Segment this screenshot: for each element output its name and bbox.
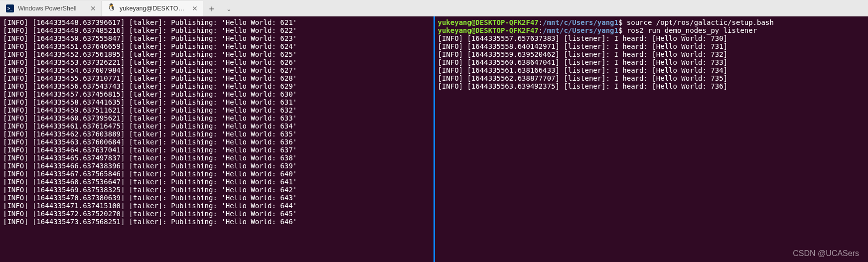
tab-ubuntu[interactable]: yukeyang@DESKTOP-QFK2F47: ✕ — [102, 1, 203, 16]
log-line: [INFO] [1644335458.637441635] [talker]: … — [3, 98, 431, 106]
log-line: [INFO] [1644335557.657637383] [listener]… — [438, 34, 866, 42]
prompt-path: /mnt/c/Users/yang1 — [543, 18, 618, 26]
terminal-pane-left[interactable]: [INFO] [1644335448.637396617] [talker]: … — [0, 16, 434, 262]
tab-title: yukeyang@DESKTOP-QFK2F47: — [120, 5, 188, 12]
powershell-icon: >_ — [6, 4, 14, 12]
log-line: [INFO] [1644335448.637396617] [talker]: … — [3, 18, 431, 26]
log-line: [INFO] [1644335452.637561895] [talker]: … — [3, 50, 431, 58]
log-line: [INFO] [1644335454.637607984] [talker]: … — [3, 66, 431, 74]
prompt-symbol: $ — [618, 26, 627, 34]
prompt-user: yukeyang@DESKTOP-QFK2F47 — [438, 26, 539, 34]
log-line: [INFO] [1644335451.637646659] [talker]: … — [3, 42, 431, 50]
log-line: [INFO] [1644335473.637568251] [talker]: … — [3, 218, 431, 226]
log-line: [INFO] [1644335558.640142971] [listener]… — [438, 42, 866, 50]
log-line: [INFO] [1644335560.638647041] [listener]… — [438, 58, 866, 66]
log-line: [INFO] [1644335450.637555847] [talker]: … — [3, 34, 431, 42]
log-line: [INFO] [1644335455.637310771] [talker]: … — [3, 74, 431, 82]
log-line: [INFO] [1644335456.637543743] [talker]: … — [3, 82, 431, 90]
terminal-panes: [INFO] [1644335448.637396617] [talker]: … — [0, 16, 868, 262]
log-line: [INFO] [1644335467.637565846] [talker]: … — [3, 170, 431, 178]
log-line: [INFO] [1644335457.637456815] [talker]: … — [3, 90, 431, 98]
tab-powershell[interactable]: >_ Windows PowerShell ✕ — [0, 1, 102, 16]
log-line: [INFO] [1644335466.637438396] [talker]: … — [3, 162, 431, 170]
linux-icon — [108, 4, 116, 12]
log-line: [INFO] [1644335465.637497837] [talker]: … — [3, 154, 431, 162]
log-line: [INFO] [1644335559.639520462] [listener]… — [438, 50, 866, 58]
log-line: [INFO] [1644335562.638877707] [listener]… — [438, 74, 866, 82]
log-line: [INFO] [1644335464.637637041] [talker]: … — [3, 146, 431, 154]
log-line: [INFO] [1644335460.637395621] [talker]: … — [3, 114, 431, 122]
command-text: ros2 run demo_nodes_py listener — [627, 26, 757, 34]
log-line: [INFO] [1644335561.638166433] [listener]… — [438, 66, 866, 74]
prompt-line: yukeyang@DESKTOP-QFK2F47:/mnt/c/Users/ya… — [438, 26, 866, 34]
log-line: [INFO] [1644335453.637326221] [talker]: … — [3, 58, 431, 66]
new-tab-button[interactable]: ＋ — [203, 1, 220, 16]
prompt-line: yukeyang@DESKTOP-QFK2F47:/mnt/c/Users/ya… — [438, 18, 866, 26]
terminal-pane-right[interactable]: yukeyang@DESKTOP-QFK2F47:/mnt/c/Users/ya… — [434, 16, 868, 262]
prompt-sep: : — [539, 18, 543, 26]
prompt-symbol: $ — [618, 18, 627, 26]
log-line: [INFO] [1644335469.637538325] [talker]: … — [3, 186, 431, 194]
log-line: [INFO] [1644335461.637616475] [talker]: … — [3, 122, 431, 130]
prompt-path: /mnt/c/Users/yang1 — [543, 26, 618, 34]
prompt-user: yukeyang@DESKTOP-QFK2F47 — [438, 18, 539, 26]
log-line: [INFO] [1644335459.637511621] [talker]: … — [3, 106, 431, 114]
log-line: [INFO] [1644335463.637600684] [talker]: … — [3, 138, 431, 146]
close-icon[interactable]: ✕ — [192, 5, 198, 12]
log-line: [INFO] [1644335472.637520270] [talker]: … — [3, 210, 431, 218]
log-line: [INFO] [1644335470.637380639] [talker]: … — [3, 194, 431, 202]
log-line: [INFO] [1644335471.637415100] [talker]: … — [3, 202, 431, 210]
command-text: source /opt/ros/galactic/setup.bash — [627, 18, 774, 26]
log-line: [INFO] [1644335563.639492375] [listener]… — [438, 82, 866, 90]
tab-dropdown-button[interactable]: ⌄ — [220, 1, 237, 16]
log-line: [INFO] [1644335468.637536647] [talker]: … — [3, 178, 431, 186]
tab-title: Windows PowerShell — [18, 5, 86, 12]
tab-bar: >_ Windows PowerShell ✕ yukeyang@DESKTOP… — [0, 0, 868, 16]
prompt-sep: : — [539, 26, 543, 34]
close-icon[interactable]: ✕ — [90, 5, 96, 12]
log-line: [INFO] [1644335449.637485216] [talker]: … — [3, 26, 431, 34]
log-line: [INFO] [1644335462.637603889] [talker]: … — [3, 130, 431, 138]
